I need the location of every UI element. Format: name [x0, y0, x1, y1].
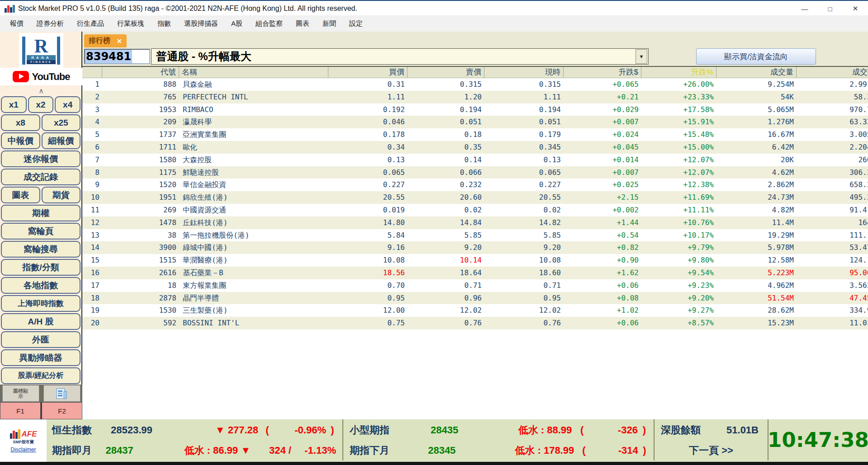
- sidebar-item-窩輪搜尋[interactable]: 窩輪搜尋: [1, 241, 81, 258]
- sidebar-item-迷你報價[interactable]: 迷你報價: [1, 150, 81, 167]
- minimize-button[interactable]: —: [792, 1, 817, 16]
- column-header-成交額[interactable]: 成交額: [797, 67, 868, 78]
- cell-pct: +12.07%: [641, 154, 716, 166]
- column-header-升跌%[interactable]: 升跌%: [641, 67, 716, 78]
- sidebar-item-細報價[interactable]: 細報價: [42, 132, 81, 149]
- sidebar-item-x1[interactable]: x1: [1, 96, 27, 113]
- show-money-flow-button[interactable]: 顯示買/沽資金流向: [696, 48, 816, 65]
- fkey-F1[interactable]: F1: [0, 402, 41, 419]
- cell-rank: 2: [82, 91, 102, 103]
- column-header-成交量[interactable]: 成交量: [716, 67, 797, 78]
- raga-finance-logo: R RAGA FINANCE: [19, 33, 63, 68]
- sidebar-item-成交記錄[interactable]: 成交記錄: [1, 169, 81, 185]
- menu-item-1[interactable]: 報價: [10, 19, 24, 28]
- ranking-type-select[interactable]: 普通股 - %升幅最大 ▼: [151, 48, 649, 65]
- table-row[interactable]: 1718東方報業集團0.700.710.71+0.06+9.23%4.962M3…: [82, 279, 868, 292]
- table-row[interactable]: 151515華潤醫療(港)10.0810.1410.08+0.90+9.80%1…: [82, 254, 868, 267]
- cell-code: 1951: [102, 191, 179, 204]
- column-header-賣價[interactable]: 賣價: [408, 67, 484, 78]
- table-row[interactable]: 31953RIMBACO0.1920.1940.194+0.029+17.58%…: [82, 103, 868, 116]
- menu-item-2[interactable]: 證券分析: [37, 19, 64, 28]
- column-header-代號[interactable]: 代號: [102, 67, 179, 78]
- cell-name: 基石藥業－B: [179, 267, 328, 279]
- table-row[interactable]: 162616基石藥業－B18.5618.6418.60+1.62+9.54%5.…: [82, 267, 868, 279]
- table-row[interactable]: 101951錦欣生殖(港)20.5520.6020.55+2.15+11.69%…: [82, 191, 868, 204]
- sidebar-item-外匯[interactable]: 外匯: [1, 331, 81, 348]
- menu-item-5[interactable]: 指數: [157, 19, 171, 28]
- column-header-名稱[interactable]: 名稱: [179, 67, 328, 78]
- cell-pct: +15.00%: [641, 141, 716, 154]
- report-view-button[interactable]: [43, 385, 81, 402]
- cell-amt: 2.204M: [797, 141, 868, 154]
- table-row[interactable]: 191530三生製藥(港)12.0012.0212.02+1.02+9.27%2…: [82, 304, 868, 317]
- close-button[interactable]: ✕: [843, 1, 868, 16]
- sidebar-item-窩輪頁[interactable]: 窩輪頁: [1, 223, 81, 240]
- collapse-chevron-icon[interactable]: ∧: [0, 86, 82, 95]
- table-row[interactable]: 2765PERFECTECH INTL1.111.201.11+0.21+23.…: [82, 91, 868, 103]
- cell-rank: 8: [82, 166, 102, 179]
- next-page-button[interactable]: 下一頁 >>: [655, 444, 768, 457]
- menu-item-4[interactable]: 行業板塊: [117, 19, 144, 28]
- sidebar-item-x8[interactable]: x8: [1, 114, 40, 131]
- table-row[interactable]: 91520華信金融投資0.2270.2320.227+0.025+12.38%2…: [82, 178, 868, 191]
- menu-item-6[interactable]: 選股掃描器: [184, 19, 218, 28]
- table-row[interactable]: 1888貝森金融0.310.3150.315+0.065+26.00%9.254…: [82, 78, 868, 91]
- table-row[interactable]: 51737亞洲實業集團0.1780.180.179+0.024+15.48%16…: [82, 128, 868, 141]
- cell-rank: 6: [82, 141, 102, 154]
- table-row[interactable]: 11269中國資源交通0.0190.020.02+0.002+11.11%4.8…: [82, 204, 868, 216]
- menu-item-10[interactable]: 新聞: [323, 19, 336, 28]
- tab-close-icon[interactable]: ✕: [117, 38, 122, 45]
- table-row[interactable]: 61711歐化0.340.350.345+0.045+15.00%6.42M2.…: [82, 141, 868, 154]
- cell-rank: 7: [82, 154, 102, 166]
- tab-ranking[interactable]: 排行榜 ✕: [84, 34, 127, 47]
- sidebar-item-x25[interactable]: x25: [42, 114, 81, 131]
- sidebar-item-x2[interactable]: x2: [28, 96, 54, 113]
- column-header-買價[interactable]: 買價: [328, 67, 408, 78]
- cell-bid: 10.08: [328, 254, 408, 267]
- sidebar-item-期貨[interactable]: 期貨: [42, 187, 81, 203]
- table-row[interactable]: 81175鮮馳達控股0.0650.0660.065+0.007+12.07%4.…: [82, 166, 868, 179]
- dropdown-arrow-icon[interactable]: ▼: [636, 49, 647, 64]
- column-header-升跌$[interactable]: 升跌$: [564, 67, 641, 78]
- sidebar-item-股票/經紀分析[interactable]: 股票/經紀分析: [1, 367, 81, 384]
- ticker-cell: 恒生指數: [47, 423, 104, 437]
- table-row[interactable]: 71580大森控股0.130.140.13+0.014+12.07%20K260…: [82, 154, 868, 166]
- icon-display-button[interactable]: 圖標顯示: [2, 385, 39, 402]
- sidebar-item-圖表[interactable]: 圖表: [1, 187, 40, 203]
- fkey-F2[interactable]: F2: [42, 402, 82, 419]
- cell-last: 18.60: [484, 267, 564, 279]
- cell-name: 中國資源交通: [179, 204, 328, 216]
- raga-logo-subtext: FINANCE: [27, 60, 56, 64]
- menu-item-11[interactable]: 設定: [349, 19, 363, 28]
- sidebar-item-中報價[interactable]: 中報價: [1, 132, 40, 149]
- ticker-cell: 324 /: [251, 445, 291, 456]
- column-header-rank[interactable]: [82, 67, 102, 78]
- cell-bid: 0.13: [328, 154, 408, 166]
- menu-item-8[interactable]: 組合監察: [256, 19, 283, 28]
- sidebar-item-A/H 股[interactable]: A/H 股: [1, 313, 81, 330]
- table-row[interactable]: 182878晶門半導體0.950.960.95+0.08+9.20%51.54M…: [82, 292, 868, 305]
- cell-bid: 1.11: [328, 91, 408, 103]
- cell-chg: +0.06: [564, 279, 641, 292]
- table-row[interactable]: 143900綠城中國(港)9.169.209.20+0.82+9.79%5.97…: [82, 241, 868, 254]
- menu-item-7[interactable]: A股: [231, 19, 242, 28]
- table-row[interactable]: 20592BOSSINI INT'L0.750.760.76+0.06+8.57…: [82, 317, 868, 329]
- youtube-button[interactable]: YouTube: [0, 68, 82, 85]
- sidebar-item-異動掃瞄器[interactable]: 異動掃瞄器: [1, 349, 81, 366]
- cell-name: 東方報業集團: [179, 279, 328, 292]
- sidebar-item-各地指數[interactable]: 各地指數: [1, 277, 81, 294]
- ticker-cell: -326: [592, 424, 638, 436]
- disclaimer-link[interactable]: Disclaimer: [10, 446, 36, 453]
- sidebar-item-期權[interactable]: 期權: [1, 205, 81, 221]
- sidebar-item-x4[interactable]: x4: [55, 96, 81, 113]
- table-row[interactable]: 1338第一拖拉機股份(港)5.845.855.85+0.54+10.17%19…: [82, 229, 868, 242]
- sidebar-item-上海即時指數[interactable]: 上海即時指數: [1, 295, 81, 312]
- maximize-button[interactable]: □: [817, 1, 843, 16]
- sidebar-item-指數/分類[interactable]: 指數/分類: [1, 259, 81, 276]
- menu-item-3[interactable]: 衍生產品: [77, 19, 104, 28]
- menu-item-9[interactable]: 圖表: [296, 19, 309, 28]
- column-header-現時[interactable]: 現時: [484, 67, 564, 78]
- table-row[interactable]: 4209瀛晟科學0.0460.0510.051+0.007+15.91%1.27…: [82, 116, 868, 128]
- table-row[interactable]: 121478丘鈦科技(港)14.8014.8414.82+1.44+10.76%…: [82, 216, 868, 229]
- stock-code-input[interactable]: 839481: [84, 49, 150, 64]
